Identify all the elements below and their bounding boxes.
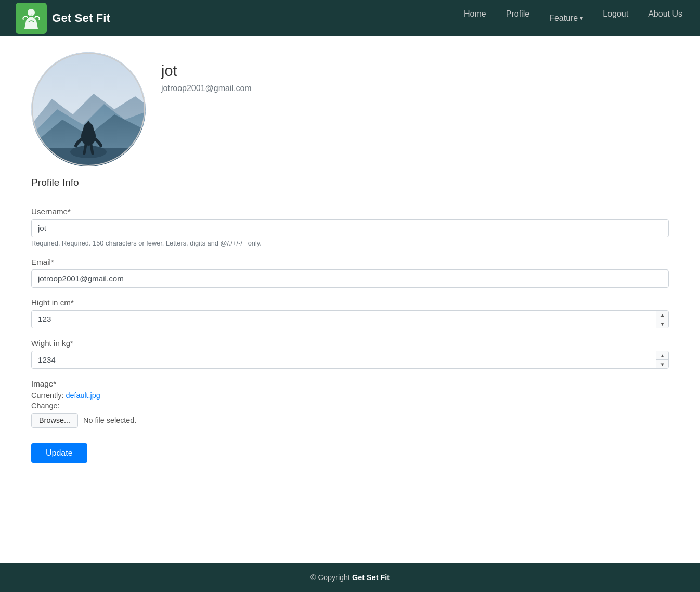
nav-menu: Home Profile Feature ▾ Logout About Us [462, 9, 684, 27]
svg-point-7 [70, 146, 107, 158]
navbar: Get Set Fit Home Profile Feature ▾ Logou… [0, 0, 700, 36]
email-group: Email* [31, 258, 669, 288]
section-divider [31, 194, 669, 194]
footer-brand: Get Set Fit [352, 573, 390, 582]
weight-spin-down[interactable]: ▼ [656, 360, 668, 368]
username-group: Username* Required. Required. 150 charac… [31, 207, 669, 247]
image-currently: Currently: default.jpg [31, 391, 669, 400]
username-input[interactable] [31, 219, 669, 237]
nav-feature[interactable]: Feature ▾ [547, 9, 585, 27]
avatar [31, 52, 146, 166]
image-change-label: Change: [31, 402, 669, 410]
username-label: Username* [31, 207, 669, 216]
height-spin-down[interactable]: ▼ [656, 319, 668, 328]
height-group: Hight in cm* ▲ ▼ [31, 298, 669, 328]
height-spin-buttons: ▲ ▼ [656, 311, 668, 328]
update-button[interactable]: Update [31, 443, 87, 463]
brand-logo [16, 3, 47, 34]
browse-button[interactable]: Browse... [31, 413, 78, 428]
weight-spin-buttons: ▲ ▼ [656, 351, 668, 368]
profile-display-username: jot [161, 62, 252, 80]
image-group: Image* Currently: default.jpg Change: Br… [31, 379, 669, 428]
brand-name: Get Set Fit [52, 11, 110, 25]
brand-link[interactable]: Get Set Fit [16, 3, 110, 34]
height-input[interactable] [31, 310, 669, 328]
footer-copyright: © Copyright Get Set Fit [310, 573, 390, 582]
nav-profile[interactable]: Profile [504, 5, 532, 22]
file-selected-text: No file selected. [83, 416, 136, 424]
height-input-wrapper: ▲ ▼ [31, 310, 669, 328]
profile-identity: jot jotroop2001@gmail.com [161, 52, 252, 93]
image-filename-link[interactable]: default.jpg [66, 391, 100, 400]
nav-home[interactable]: Home [462, 5, 488, 22]
weight-input[interactable] [31, 351, 669, 369]
nav-about-us[interactable]: About Us [646, 5, 684, 22]
email-label: Email* [31, 258, 669, 266]
weight-label: Wight in kg* [31, 339, 669, 348]
file-input-row: Browse... No file selected. [31, 413, 669, 428]
footer: © Copyright Get Set Fit [0, 563, 700, 592]
weight-group: Wight in kg* ▲ ▼ [31, 339, 669, 369]
profile-header: jot jotroop2001@gmail.com [31, 52, 669, 166]
main-content: jot jotroop2001@gmail.com Profile Info U… [0, 36, 700, 563]
username-hint: Required. Required. 150 characters or fe… [31, 239, 669, 247]
weight-input-wrapper: ▲ ▼ [31, 351, 669, 369]
weight-spin-up[interactable]: ▲ [656, 351, 668, 360]
height-spin-up[interactable]: ▲ [656, 311, 668, 319]
chevron-down-icon: ▾ [580, 15, 583, 22]
image-label: Image* [31, 379, 669, 388]
section-title: Profile Info [31, 177, 669, 188]
profile-info-section: Profile Info Username* Required. Require… [31, 177, 669, 463]
profile-display-email: jotroop2001@gmail.com [161, 84, 252, 93]
height-label: Hight in cm* [31, 298, 669, 307]
email-input[interactable] [31, 269, 669, 288]
nav-logout[interactable]: Logout [601, 5, 630, 22]
